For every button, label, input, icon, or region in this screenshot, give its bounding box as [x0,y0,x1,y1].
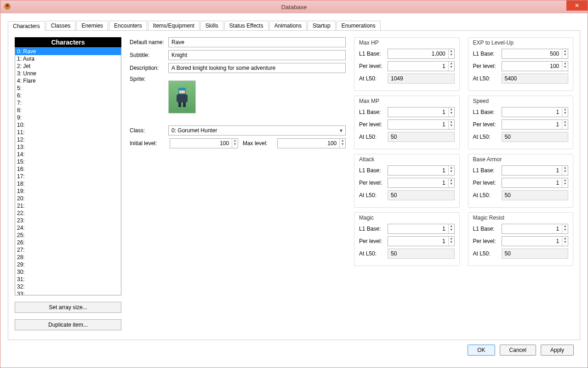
list-item[interactable]: 19: [15,187,121,195]
subtitle-input[interactable] [168,50,346,60]
max-level-spinner[interactable]: ▲▼ [277,138,346,148]
spin-up-icon[interactable]: ▲ [340,139,345,142]
list-item[interactable]: 22: [15,209,121,217]
ok-button[interactable]: OK [468,345,495,356]
l1-base-spinner[interactable]: ▲▼ [502,49,569,59]
l1-base-spinner[interactable]: ▲▼ [388,224,455,234]
max-level-input[interactable] [278,139,339,148]
tab-enumerations[interactable]: Enumerations [337,21,381,30]
list-item[interactable]: 24: [15,224,121,232]
list-item[interactable]: 16: [15,165,121,173]
spin-up-icon[interactable]: ▲ [562,166,568,170]
spin-up-icon[interactable]: ▲ [562,108,568,111]
initial-level-spinner[interactable]: ▲▼ [170,138,238,148]
spin-up-icon[interactable]: ▲ [562,224,568,228]
per-level-input[interactable] [502,120,562,129]
list-item[interactable]: 21: [15,202,121,209]
l1-base-spinner[interactable]: ▲▼ [502,165,569,176]
list-item[interactable]: 1: Aura [15,55,121,62]
l1-base-input[interactable] [388,224,448,233]
spin-up-icon[interactable]: ▲ [562,49,568,53]
spin-up-icon[interactable]: ▲ [449,166,454,170]
list-item[interactable]: 6: [15,92,121,99]
tab-skills[interactable]: Skills [200,21,223,30]
per-level-input[interactable] [388,120,448,129]
list-item[interactable]: 5: [15,85,121,92]
per-level-spinner[interactable]: ▲▼ [388,119,455,130]
l1-base-spinner[interactable]: ▲▼ [388,49,455,59]
l1-base-input[interactable] [502,224,562,233]
tab-animations[interactable]: Animations [269,21,307,30]
l1-base-input[interactable] [502,166,562,175]
tab-startup[interactable]: Startup [308,21,336,30]
class-combobox[interactable]: 0: Gorumet Hunter [168,125,346,136]
character-listbox[interactable]: 0: Rave1: Aura2: Jet3: Unne4: Flare5:6:7… [15,47,121,295]
l1-base-spinner[interactable]: ▲▼ [502,224,569,234]
apply-button[interactable]: Apply [541,345,574,356]
spin-down-icon[interactable]: ▼ [562,182,568,186]
list-item[interactable]: 7: [15,99,121,107]
per-level-input[interactable] [388,237,448,246]
cancel-button[interactable]: Cancel [500,345,536,356]
list-item[interactable]: 17: [15,173,121,180]
spin-down-icon[interactable]: ▼ [562,124,568,127]
per-level-spinner[interactable]: ▲▼ [502,178,569,188]
list-item[interactable]: 9: [15,114,121,121]
spin-up-icon[interactable]: ▲ [232,139,238,142]
spin-up-icon[interactable]: ▲ [562,237,568,240]
spin-down-icon[interactable]: ▼ [449,240,454,244]
list-item[interactable]: 25: [15,232,121,239]
list-item[interactable]: 2: Jet [15,62,121,70]
list-item[interactable]: 23: [15,217,121,224]
l1-base-spinner[interactable]: ▲▼ [502,107,569,117]
spin-down-icon[interactable]: ▼ [562,240,568,244]
per-level-spinner[interactable]: ▲▼ [502,236,569,246]
list-item[interactable]: 18: [15,180,121,187]
spin-up-icon[interactable]: ▲ [449,237,454,240]
tab-characters[interactable]: Characters [8,21,45,31]
list-item[interactable]: 31: [15,276,121,283]
spin-down-icon[interactable]: ▼ [449,124,454,127]
spin-up-icon[interactable]: ▲ [562,120,568,124]
description-input[interactable] [168,63,346,73]
spin-down-icon[interactable]: ▼ [562,111,568,115]
spin-down-icon[interactable]: ▼ [449,182,454,186]
spin-down-icon[interactable]: ▼ [562,65,568,69]
set-array-size-button[interactable]: Set array size... [15,302,121,313]
list-item[interactable]: 10: [15,121,121,129]
tab-enemies[interactable]: Enemies [76,21,108,30]
default-name-input[interactable] [168,37,346,47]
tab-status-effects[interactable]: Status Effects [224,21,268,30]
per-level-input[interactable] [502,62,562,71]
list-item[interactable]: 8: [15,107,121,114]
per-level-input[interactable] [388,62,448,71]
per-level-input[interactable] [388,178,448,187]
spin-down-icon[interactable]: ▼ [449,65,454,69]
spin-up-icon[interactable]: ▲ [449,62,454,65]
list-item[interactable]: 20: [15,195,121,202]
per-level-input[interactable] [502,237,562,246]
l1-base-spinner[interactable]: ▲▼ [388,165,455,176]
per-level-spinner[interactable]: ▲▼ [388,61,455,71]
initial-level-input[interactable] [170,139,232,148]
spin-down-icon[interactable]: ▼ [232,142,238,146]
tab-items-equipment[interactable]: Items/Equipment [148,21,200,30]
duplicate-item-button[interactable]: Duplicate item... [15,319,121,330]
spin-up-icon[interactable]: ▲ [449,49,454,53]
l1-base-spinner[interactable]: ▲▼ [388,107,455,117]
per-level-input[interactable] [502,178,562,187]
list-item[interactable]: 13: [15,143,121,151]
list-item[interactable]: 29: [15,261,121,268]
spin-down-icon[interactable]: ▼ [449,170,454,173]
list-item[interactable]: 14: [15,151,121,158]
spin-up-icon[interactable]: ▲ [449,224,454,228]
spin-down-icon[interactable]: ▼ [562,228,568,232]
l1-base-input[interactable] [388,108,448,117]
per-level-spinner[interactable]: ▲▼ [502,119,569,130]
list-item[interactable]: 12: [15,136,121,143]
l1-base-input[interactable] [502,49,562,58]
spin-down-icon[interactable]: ▼ [449,111,454,115]
spin-down-icon[interactable]: ▼ [449,228,454,232]
tab-encounters[interactable]: Encounters [109,21,147,30]
spin-up-icon[interactable]: ▲ [562,178,568,182]
